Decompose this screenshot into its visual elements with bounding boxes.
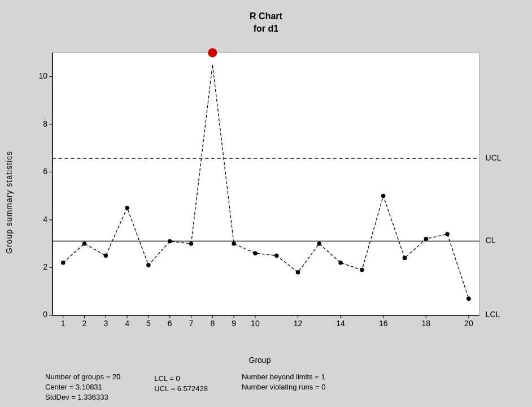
svg-text:7: 7 xyxy=(189,319,194,328)
svg-text:2: 2 xyxy=(82,319,87,328)
svg-point-62 xyxy=(424,237,429,241)
svg-point-53 xyxy=(232,241,236,246)
svg-text:8: 8 xyxy=(210,319,215,328)
svg-text:5: 5 xyxy=(146,319,151,328)
svg-point-63 xyxy=(445,232,450,236)
stat-beyond-limits: Number beyond limits = 1 xyxy=(242,373,326,381)
svg-text:14: 14 xyxy=(336,319,345,328)
svg-text:4: 4 xyxy=(43,214,47,223)
svg-text:16: 16 xyxy=(379,319,388,328)
chart-svg: 0246810 123456789101214161820 UCL xyxy=(16,38,504,354)
plot-wrapper: 0246810 123456789101214161820 UCL xyxy=(16,38,504,367)
svg-point-52 xyxy=(189,241,194,246)
svg-point-65 xyxy=(208,49,217,57)
svg-rect-0 xyxy=(53,53,479,315)
stat-groups: Number of groups = 20 xyxy=(45,373,120,381)
svg-point-46 xyxy=(61,261,66,265)
stat-ucl: UCL = 6.572428 xyxy=(154,384,208,393)
svg-text:0: 0 xyxy=(43,310,47,319)
svg-point-48 xyxy=(104,253,108,258)
svg-point-60 xyxy=(381,194,386,198)
svg-text:9: 9 xyxy=(232,319,236,328)
chart-container: R Chart for d1 Group summary statistics … xyxy=(0,0,532,407)
svg-point-61 xyxy=(403,256,407,260)
stat-lcl: LCL = 0 xyxy=(154,374,208,383)
svg-point-64 xyxy=(466,296,471,301)
svg-point-49 xyxy=(125,206,129,210)
chart-title: R Chart for d1 xyxy=(250,10,282,36)
svg-point-54 xyxy=(253,251,258,256)
svg-text:10: 10 xyxy=(251,319,260,328)
title-line1: R Chart xyxy=(250,11,282,21)
x-axis-label: Group xyxy=(249,356,271,365)
stat-stddev: StdDev = 1.336333 xyxy=(45,393,120,401)
stat-center: Center = 3.10831 xyxy=(45,383,120,391)
svg-point-58 xyxy=(338,261,343,265)
stats-col-2: LCL = 0 UCL = 6.572428 xyxy=(154,373,208,401)
svg-point-50 xyxy=(146,263,151,267)
svg-text:CL: CL xyxy=(486,236,496,245)
title-line2: for d1 xyxy=(254,24,278,33)
svg-point-51 xyxy=(168,239,172,244)
svg-point-47 xyxy=(82,241,87,246)
svg-point-56 xyxy=(296,270,300,275)
svg-text:18: 18 xyxy=(421,319,430,328)
svg-text:6: 6 xyxy=(43,167,47,176)
svg-text:12: 12 xyxy=(294,319,303,328)
svg-text:3: 3 xyxy=(103,319,108,328)
svg-point-55 xyxy=(274,253,279,258)
chart-area: Group summary statistics 0246810 1234567… xyxy=(0,38,532,367)
stats-col-3: Number beyond limits = 1 Number violatin… xyxy=(242,373,326,401)
svg-text:8: 8 xyxy=(43,119,47,128)
svg-point-59 xyxy=(360,267,364,272)
svg-text:20: 20 xyxy=(464,319,473,328)
svg-point-57 xyxy=(317,241,322,246)
stats-section: Number of groups = 20 Center = 3.10831 S… xyxy=(0,367,532,407)
svg-text:2: 2 xyxy=(43,262,47,271)
svg-text:LCL: LCL xyxy=(486,310,500,319)
stats-col-1: Number of groups = 20 Center = 3.10831 S… xyxy=(45,373,120,401)
svg-text:4: 4 xyxy=(125,319,129,328)
svg-text:6: 6 xyxy=(168,319,172,328)
svg-text:1: 1 xyxy=(61,319,66,328)
y-axis-label: Group summary statistics xyxy=(5,151,14,254)
stat-violating-runs: Number violating runs = 0 xyxy=(242,383,326,391)
svg-text:10: 10 xyxy=(39,71,48,80)
svg-text:UCL: UCL xyxy=(486,153,502,162)
